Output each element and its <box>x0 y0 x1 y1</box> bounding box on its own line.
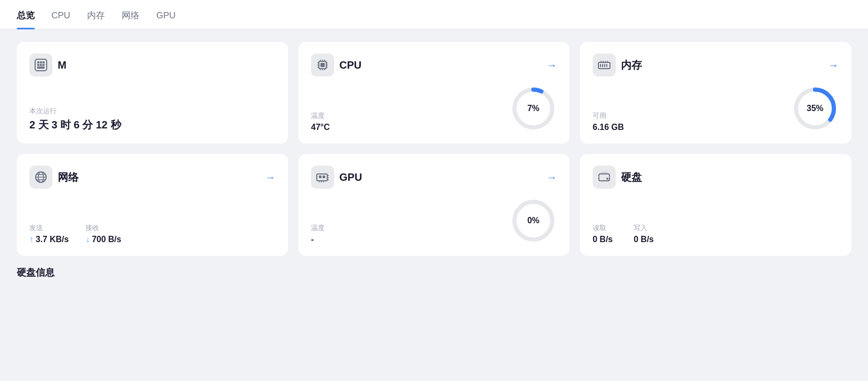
cpu-info: 温度 47°C <box>311 111 330 132</box>
svg-point-53 <box>606 178 608 180</box>
network-send-label: 发送 <box>29 223 69 233</box>
tab-cpu[interactable]: CPU <box>51 10 70 28</box>
disk-stats: 读取 0 B/s 写入 0 B/s <box>593 223 654 244</box>
cpu-title-group: CPU <box>311 53 361 77</box>
memory-title: 内存 <box>621 58 642 72</box>
network-stats: 发送 ↑ 3.7 KB/s 接收 ↓ 700 B/s <box>29 223 121 244</box>
svg-rect-54 <box>600 173 608 174</box>
gpu-icon <box>311 166 334 189</box>
cpu-card-body: 温度 47°C 7% <box>311 85 557 132</box>
gpu-donut: 0% <box>510 197 557 244</box>
disk-card: 硬盘 读取 0 B/s 写入 0 B/s <box>580 154 851 256</box>
svg-rect-26 <box>602 64 603 67</box>
svg-rect-28 <box>606 64 607 67</box>
disk-read-value: 0 B/s <box>593 235 613 244</box>
cpu-donut: 7% <box>510 85 557 132</box>
gpu-card: GPU → 温度 - 0% <box>298 154 570 256</box>
disk-write-value: 0 B/s <box>634 235 653 244</box>
memory-card-header: 内存 → <box>593 53 839 77</box>
memory-avail-value: 6.16 GB <box>593 123 624 132</box>
cpu-icon <box>311 53 334 77</box>
memory-info: 可用 6.16 GB <box>593 111 624 132</box>
disk-write-stat: 写入 0 B/s <box>634 223 653 244</box>
cards-row-1: M 本次运行 2 天 3 时 6 分 12 秒 <box>17 42 851 144</box>
svg-rect-41 <box>319 176 322 178</box>
gpu-usage-label: 0% <box>527 216 539 225</box>
svg-rect-55 <box>601 172 607 173</box>
svg-rect-2 <box>40 61 42 63</box>
svg-rect-7 <box>37 67 45 69</box>
svg-rect-40 <box>317 174 327 181</box>
tab-overview[interactable]: 总览 <box>17 9 35 29</box>
cpu-usage-label: 7% <box>527 104 539 113</box>
disk-icon <box>593 166 616 189</box>
cpu-card-header: CPU → <box>311 53 557 77</box>
memory-usage-label: 35% <box>807 104 823 113</box>
svg-rect-25 <box>600 64 601 67</box>
cpu-title: CPU <box>339 59 361 71</box>
disk-read-label: 读取 <box>593 223 613 233</box>
ram-icon <box>593 53 616 77</box>
svg-rect-3 <box>42 61 45 63</box>
system-card-header: M <box>29 53 275 77</box>
memory-arrow-icon[interactable]: → <box>828 59 839 71</box>
disk-info-section-title: 硬盘信息 <box>17 266 851 279</box>
svg-rect-42 <box>323 176 325 178</box>
cpu-card: CPU → 温度 47°C 7% <box>298 42 570 144</box>
network-send-value: ↑ 3.7 KB/s <box>29 235 69 244</box>
gpu-title-group: GPU <box>311 166 362 189</box>
svg-rect-9 <box>320 63 325 67</box>
network-send-stat: 发送 ↑ 3.7 KB/s <box>29 223 69 244</box>
tab-network[interactable]: 网络 <box>122 9 140 29</box>
network-arrow-icon[interactable]: → <box>265 171 275 183</box>
system-title-group: M <box>29 53 67 77</box>
disk-read-stat: 读取 0 B/s <box>593 223 613 244</box>
gpu-card-header: GPU → <box>311 166 557 189</box>
svg-rect-27 <box>604 64 605 67</box>
svg-rect-4 <box>37 64 39 66</box>
svg-rect-5 <box>40 64 42 66</box>
main-content: M 本次运行 2 天 3 时 6 分 12 秒 <box>0 29 868 291</box>
gpu-title: GPU <box>339 171 362 183</box>
disk-title-group: 硬盘 <box>593 166 642 189</box>
recv-arrow-icon: ↓ <box>85 235 90 244</box>
memory-title-group: 内存 <box>593 53 642 77</box>
svg-rect-52 <box>599 177 609 178</box>
system-card: M 本次运行 2 天 3 时 6 分 12 秒 <box>17 42 288 144</box>
gpu-temp-value: - <box>311 235 325 244</box>
gpu-temp-label: 温度 <box>311 223 325 233</box>
gpu-info: 温度 - <box>311 223 325 244</box>
disk-write-label: 写入 <box>634 223 653 233</box>
network-recv-label: 接收 <box>85 223 121 233</box>
tab-memory[interactable]: 内存 <box>87 9 105 29</box>
nav-tabs: 总览 CPU 内存 网络 GPU <box>0 0 868 29</box>
network-title: 网络 <box>58 170 79 184</box>
memory-avail-label: 可用 <box>593 111 624 121</box>
uptime-value: 2 天 3 时 6 分 12 秒 <box>29 118 121 132</box>
disk-card-body: 读取 0 B/s 写入 0 B/s <box>593 223 839 244</box>
system-icon <box>29 53 52 77</box>
disk-title: 硬盘 <box>621 170 642 184</box>
cards-row-2: 网络 → 发送 ↑ 3.7 KB/s 接收 <box>17 154 851 256</box>
gpu-card-body: 温度 - 0% <box>311 197 557 244</box>
svg-rect-6 <box>42 64 45 66</box>
uptime-label: 本次运行 <box>29 106 57 116</box>
cpu-temp-label: 温度 <box>311 111 330 121</box>
network-recv-stat: 接收 ↓ 700 B/s <box>85 223 121 244</box>
network-icon <box>29 166 52 189</box>
gpu-arrow-icon[interactable]: → <box>546 171 557 183</box>
network-card: 网络 → 发送 ↑ 3.7 KB/s 接收 <box>17 154 288 256</box>
system-card-body: 本次运行 2 天 3 时 6 分 12 秒 <box>29 102 275 132</box>
send-arrow-icon: ↑ <box>29 235 34 244</box>
tab-gpu[interactable]: GPU <box>156 10 176 28</box>
svg-rect-1 <box>37 61 39 63</box>
network-card-header: 网络 → <box>29 166 275 189</box>
memory-card-body: 可用 6.16 GB 35% <box>593 85 839 132</box>
system-title: M <box>58 59 67 71</box>
memory-card: 内存 → 可用 6.16 GB 35% <box>580 42 851 144</box>
disk-card-header: 硬盘 <box>593 166 839 189</box>
cpu-arrow-icon[interactable]: → <box>546 59 557 71</box>
network-card-body: 发送 ↑ 3.7 KB/s 接收 ↓ 700 B/s <box>29 223 275 244</box>
network-recv-value: ↓ 700 B/s <box>85 235 121 244</box>
memory-donut: 35% <box>791 85 839 132</box>
